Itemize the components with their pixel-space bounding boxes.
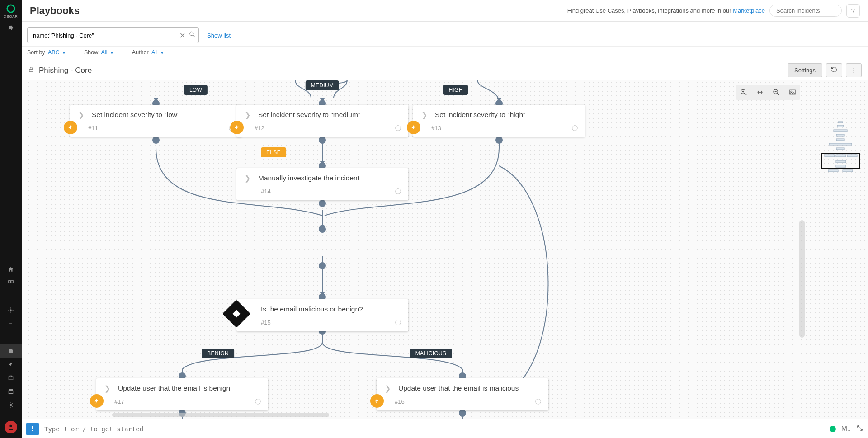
svg-rect-16 bbox=[836, 134, 844, 136]
bolt-icon bbox=[64, 121, 77, 134]
marketplace-link[interactable]: Marketplace bbox=[733, 7, 765, 14]
automation-icon[interactable] bbox=[0, 358, 22, 371]
author-dropdown[interactable]: All ▼ bbox=[151, 49, 164, 56]
playbook-name: Phishing - Core bbox=[39, 66, 92, 75]
svg-point-3 bbox=[10, 309, 12, 311]
svg-point-6 bbox=[9, 425, 12, 427]
show-dropdown[interactable]: All ▼ bbox=[101, 49, 114, 56]
search-incidents-input[interactable] bbox=[769, 5, 842, 17]
filter-bar: ✕ Show list bbox=[22, 22, 868, 47]
filter-icon[interactable] bbox=[0, 317, 22, 330]
show-list-link[interactable]: Show list bbox=[207, 32, 231, 39]
expand-icon[interactable] bbox=[856, 424, 863, 433]
connector-dot bbox=[319, 226, 326, 233]
bolt-icon bbox=[90, 394, 104, 408]
threat-icon[interactable] bbox=[0, 303, 22, 317]
command-icon[interactable]: ! bbox=[26, 423, 39, 435]
settings-button[interactable]: Settings bbox=[788, 63, 822, 77]
command-input[interactable] bbox=[44, 425, 824, 433]
info-icon[interactable]: ⓘ bbox=[395, 124, 401, 132]
connector-dot bbox=[319, 200, 326, 207]
jobs-icon[interactable] bbox=[0, 371, 22, 385]
edge-label-malicious: MALICIOUS bbox=[410, 349, 452, 358]
edge-label-benign: BENIGN bbox=[202, 349, 234, 358]
promo-text: Find great Use Cases, Playbooks, Integra… bbox=[567, 7, 765, 14]
chevron-icon: ❯ bbox=[243, 110, 252, 119]
edge-label-high: HIGH bbox=[443, 85, 468, 95]
connector-dot bbox=[495, 137, 503, 144]
home-icon[interactable] bbox=[0, 263, 22, 276]
playbooks-icon[interactable] bbox=[0, 344, 22, 358]
svg-rect-25 bbox=[828, 170, 838, 172]
svg-rect-14 bbox=[837, 125, 844, 127]
marketplace-nav-icon[interactable] bbox=[0, 385, 22, 398]
info-icon[interactable]: ⓘ bbox=[395, 319, 401, 327]
sort-dropdown[interactable]: ABC ▼ bbox=[48, 49, 66, 56]
bolt-icon bbox=[407, 121, 420, 134]
undo-button[interactable] bbox=[826, 63, 842, 77]
chevron-icon: ❯ bbox=[103, 384, 112, 393]
decision-node-15[interactable]: Is the email malicious or benign? #15ⓘ bbox=[236, 299, 408, 331]
svg-rect-4 bbox=[9, 377, 13, 380]
search-icon[interactable] bbox=[189, 31, 195, 40]
svg-point-7 bbox=[190, 32, 193, 35]
task-node-12[interactable]: ❯Set incident severity to "medium" #12ⓘ bbox=[236, 105, 408, 137]
task-node-16[interactable]: ❯Update user that the email is malicious… bbox=[377, 378, 548, 410]
image-export-icon[interactable] bbox=[787, 86, 798, 98]
edge-label-low: LOW bbox=[184, 85, 208, 95]
zoom-in-icon[interactable] bbox=[738, 86, 750, 98]
svg-rect-8 bbox=[29, 69, 33, 71]
page-header: Playbooks Find great Use Cases, Playbook… bbox=[22, 0, 868, 22]
help-button[interactable]: ? bbox=[846, 4, 860, 18]
bolt-icon bbox=[370, 394, 384, 408]
svg-rect-1 bbox=[9, 281, 11, 283]
edge-label-else: ELSE bbox=[261, 147, 286, 157]
minimap[interactable] bbox=[820, 121, 861, 175]
lock-icon bbox=[28, 66, 34, 75]
info-icon[interactable]: ⓘ bbox=[535, 398, 541, 406]
svg-rect-13 bbox=[838, 122, 843, 123]
info-icon[interactable]: ⓘ bbox=[255, 398, 261, 406]
zoom-out-icon[interactable] bbox=[770, 86, 782, 98]
app-sidebar: XSOAR bbox=[0, 0, 22, 438]
playbook-canvas[interactable]: LOW MEDIUM HIGH ELSE BENIGN MALICIOUS ❯S… bbox=[22, 80, 868, 419]
task-node-14[interactable]: ❯Manually investigate the incident #14ⓘ bbox=[236, 168, 408, 200]
pin-icon[interactable] bbox=[0, 22, 22, 35]
bolt-icon bbox=[230, 121, 244, 134]
chevron-icon: ❯ bbox=[420, 110, 429, 119]
chevron-icon: ❯ bbox=[243, 174, 252, 183]
more-button[interactable]: ⋮ bbox=[846, 63, 862, 77]
user-avatar[interactable] bbox=[5, 421, 17, 433]
canvas-scrollbar-vertical[interactable] bbox=[799, 220, 805, 338]
svg-rect-15 bbox=[834, 130, 847, 132]
svg-rect-26 bbox=[843, 170, 853, 172]
task-node-11[interactable]: ❯Set incident severity to "low" #11ⓘ bbox=[70, 105, 242, 137]
svg-point-5 bbox=[10, 404, 12, 406]
status-dot bbox=[830, 426, 836, 432]
task-node-13[interactable]: ❯Set incident severity to "high" #13ⓘ bbox=[413, 105, 585, 137]
canvas-zoom-toolbar bbox=[736, 85, 800, 100]
connector-dot bbox=[319, 262, 326, 269]
xsoar-logo[interactable]: XSOAR bbox=[0, 0, 22, 22]
clear-filter-icon[interactable]: ✕ bbox=[179, 31, 185, 40]
info-icon[interactable]: ⓘ bbox=[395, 188, 401, 196]
dashboard-icon[interactable] bbox=[0, 276, 22, 290]
svg-rect-18 bbox=[829, 143, 852, 145]
connector-dot bbox=[319, 137, 326, 144]
chevron-icon: ❯ bbox=[383, 384, 392, 393]
svg-rect-19 bbox=[836, 148, 844, 150]
settings-icon[interactable] bbox=[0, 398, 22, 412]
playbook-filter-input[interactable] bbox=[27, 27, 199, 43]
chevron-icon: ❯ bbox=[76, 110, 85, 119]
markdown-toggle[interactable]: M↓ bbox=[841, 425, 851, 433]
connector-dot bbox=[152, 137, 160, 144]
task-node-17[interactable]: ❯Update user that the email is benign #1… bbox=[96, 378, 268, 410]
fit-icon[interactable] bbox=[754, 86, 766, 98]
edge-label-medium: MEDIUM bbox=[306, 80, 339, 90]
info-icon[interactable]: ⓘ bbox=[572, 124, 578, 132]
command-bar: ! M↓ bbox=[22, 419, 868, 438]
canvas-scrollbar-horizontal[interactable] bbox=[112, 413, 329, 417]
minimap-viewport[interactable] bbox=[821, 153, 860, 169]
svg-rect-2 bbox=[11, 281, 14, 283]
page-title: Playbooks bbox=[30, 5, 80, 17]
